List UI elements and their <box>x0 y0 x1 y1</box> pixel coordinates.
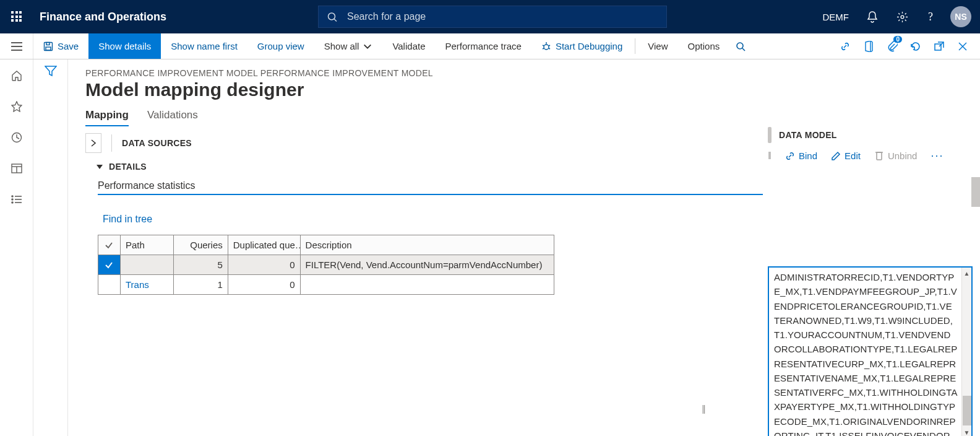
cell-description: FILTER(Vend, Vend.AccountNum=parmVendAcc… <box>301 255 554 275</box>
bind-label: Bind <box>799 150 817 161</box>
table-row[interactable]: 5 0 FILTER(Vend, Vend.AccountNum=parmVen… <box>98 255 554 275</box>
filter-column <box>33 59 68 436</box>
row-checkbox[interactable] <box>98 255 121 275</box>
tab-mapping[interactable]: Mapping <box>85 109 129 126</box>
scroll-thumb[interactable] <box>963 396 971 425</box>
show-details-button[interactable]: Show details <box>88 33 161 59</box>
performance-trace-button[interactable]: Performance trace <box>435 33 531 59</box>
svg-point-16 <box>737 43 743 49</box>
left-pane: DATA SOURCES DETAILS Performance statist… <box>85 131 763 436</box>
scrollbar[interactable]: ▲ ▼ <box>961 268 971 436</box>
main-layout: PERFORMANCE IMPROVEMENT MODEL PERFORMANC… <box>0 59 980 436</box>
cell-queries: 1 <box>174 275 228 295</box>
svg-line-14 <box>543 48 544 49</box>
validate-button[interactable]: Validate <box>382 33 435 59</box>
col-queries[interactable]: Queries <box>174 235 228 255</box>
settings-icon[interactable] <box>887 0 917 33</box>
sql-text[interactable]: ADMINISTRATORRECID,T1.VENDORTYPE_MX,T1.V… <box>769 268 961 436</box>
more-icon[interactable]: ··· <box>931 149 943 162</box>
attachments-icon[interactable]: 0 <box>881 33 903 59</box>
show-all-dropdown[interactable]: Show all <box>314 33 383 59</box>
header-right: DEMF ? NS <box>814 0 981 33</box>
content-area: PERFORMANCE IMPROVEMENT MODEL PERFORMANC… <box>68 59 980 436</box>
group-view-button[interactable]: Group view <box>247 33 314 59</box>
company-code[interactable]: DEMF <box>814 12 858 22</box>
svg-marker-23 <box>12 102 22 111</box>
chevron-down-icon <box>363 41 372 51</box>
refresh-icon[interactable] <box>905 33 927 59</box>
attachments-badge: 0 <box>893 36 902 43</box>
global-search[interactable] <box>318 6 667 28</box>
select-all-checkbox[interactable] <box>98 235 121 255</box>
recent-icon[interactable] <box>4 128 30 147</box>
subtab-performance-statistics[interactable]: Performance statistics <box>98 180 763 195</box>
edit-label: Edit <box>845 150 861 161</box>
show-name-first-button[interactable]: Show name first <box>161 33 247 59</box>
start-debugging-button[interactable]: Start Debugging <box>531 33 632 59</box>
svg-line-13 <box>549 45 550 46</box>
col-duplicated[interactable]: Duplicated que… <box>228 235 301 255</box>
data-sources-title: DATA SOURCES <box>122 138 192 148</box>
scroll-down-icon[interactable]: ▼ <box>964 427 970 437</box>
modules-icon[interactable] <box>4 190 30 209</box>
tab-validations[interactable]: Validations <box>147 109 198 126</box>
svg-rect-8 <box>46 47 51 50</box>
svg-line-12 <box>543 45 544 46</box>
bind-button[interactable]: Bind <box>785 150 817 161</box>
save-label: Save <box>58 41 79 51</box>
office-icon[interactable] <box>858 33 880 59</box>
action-search-icon[interactable] <box>729 33 752 59</box>
scroll-up-icon[interactable]: ▲ <box>964 268 970 280</box>
favorites-icon[interactable] <box>4 97 30 116</box>
separator <box>635 38 635 54</box>
svg-point-32 <box>12 202 13 203</box>
sql-preview: ADMINISTRATORRECID,T1.VENDORTYPE_MX,T1.V… <box>768 266 973 436</box>
search-input[interactable] <box>347 11 666 22</box>
workspaces-icon[interactable] <box>4 159 30 178</box>
svg-line-15 <box>549 48 550 49</box>
table-row[interactable]: Trans 1 0 <box>98 275 554 295</box>
svg-rect-35 <box>877 152 882 160</box>
svg-point-0 <box>329 13 335 20</box>
col-path[interactable]: Path <box>121 235 174 255</box>
edit-button[interactable]: Edit <box>831 150 861 161</box>
cell-description <box>301 275 554 295</box>
svg-point-28 <box>12 196 13 197</box>
save-button[interactable]: Save <box>33 33 88 59</box>
options-menu[interactable]: Options <box>678 33 730 59</box>
grip-icon[interactable] <box>768 127 772 143</box>
left-rail <box>0 59 33 436</box>
start-debug-label: Start Debugging <box>556 41 622 51</box>
svg-marker-34 <box>45 66 56 76</box>
cell-path: Trans <box>121 275 174 295</box>
help-icon[interactable]: ? <box>917 0 947 33</box>
find-in-tree-link[interactable]: Find in tree <box>103 214 152 224</box>
expand-datasources-icon[interactable] <box>85 133 101 153</box>
show-all-label: Show all <box>324 41 359 51</box>
cell-duplicated: 0 <box>228 275 301 295</box>
home-icon[interactable] <box>4 66 30 85</box>
filter-icon[interactable] <box>45 66 57 436</box>
notifications-icon[interactable] <box>858 0 887 33</box>
top-bar: Finance and Operations DEMF ? NS <box>0 0 980 33</box>
popout-icon[interactable] <box>928 33 950 59</box>
app-launcher-icon[interactable] <box>0 0 33 33</box>
action-bar-right: 0 <box>834 33 980 59</box>
resize-handle-icon[interactable]: ‖ <box>702 404 706 414</box>
link-icon[interactable] <box>834 33 856 59</box>
path-link[interactable]: Trans <box>126 279 149 290</box>
nav-toggle-icon[interactable] <box>0 33 33 59</box>
col-description[interactable]: Description <box>301 235 554 255</box>
unbind-button: Unbind <box>874 150 918 161</box>
chevron-down-icon[interactable] <box>97 165 103 169</box>
page-scroll-thumb[interactable] <box>971 177 980 207</box>
performance-grid: Path Queries Duplicated que… Description… <box>98 235 554 295</box>
user-avatar[interactable]: NS <box>950 6 971 27</box>
view-menu[interactable]: View <box>638 33 677 59</box>
right-pane: DATA MODEL ‖ Bind Edit <box>763 131 973 436</box>
separator <box>111 134 112 152</box>
grip-icon[interactable]: ‖ <box>768 150 772 159</box>
close-icon[interactable] <box>952 33 974 59</box>
row-checkbox[interactable] <box>98 275 121 295</box>
action-row: Save Show details Show name first Group … <box>0 33 980 59</box>
